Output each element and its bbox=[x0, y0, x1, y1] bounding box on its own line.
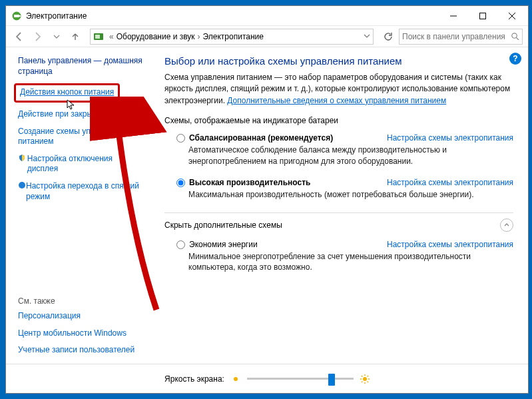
chevron-right-icon: « bbox=[107, 32, 117, 41]
plan-description: Минимальное энергопотребление за счет ум… bbox=[188, 251, 513, 274]
brightness-label: Яркость экрана: bbox=[164, 374, 224, 384]
search-box[interactable] bbox=[399, 29, 523, 45]
sidebar-item-lid-close[interactable]: Действие при закрытии крышки bbox=[18, 109, 144, 120]
svg-rect-4 bbox=[480, 13, 486, 19]
breadcrumb-item[interactable]: Оборудование и звук bbox=[117, 32, 195, 41]
plan-settings-link[interactable]: Настройка схемы электропитания bbox=[387, 240, 513, 249]
see-also: См. также Персонализация Центр мобильнос… bbox=[18, 296, 144, 358]
plan-description: Автоматическое соблюдение баланса между … bbox=[188, 145, 513, 167]
page-description: Схема управления питанием — это набор па… bbox=[164, 72, 513, 107]
chevron-down-icon[interactable] bbox=[364, 32, 370, 41]
svg-line-20 bbox=[362, 381, 363, 382]
up-button[interactable] bbox=[67, 29, 83, 45]
slider-thumb[interactable] bbox=[328, 374, 335, 386]
refresh-button[interactable] bbox=[380, 29, 396, 45]
plan-name: Высокая производительность bbox=[189, 178, 310, 187]
page-title: Выбор или настройка схемы управления пит… bbox=[164, 55, 513, 67]
brightness-bar: Яркость экрана: bbox=[6, 364, 528, 393]
sidebar-item-label: Центр мобильности Windows bbox=[18, 328, 127, 339]
svg-line-18 bbox=[362, 376, 363, 377]
window: Электропитание « Оборудование и звук › Э… bbox=[5, 5, 529, 394]
divider bbox=[164, 212, 513, 213]
plan-description: Максимальная производительность (может п… bbox=[188, 189, 513, 200]
sidebar-item-label: Настройка отключения дисплея bbox=[27, 154, 144, 175]
sidebar-item-sleep[interactable]: Настройка перехода в спящий режим bbox=[18, 181, 144, 202]
shield-icon bbox=[18, 181, 26, 193]
chevron-right-icon: › bbox=[195, 32, 203, 41]
content-area: Панель управления — домашняя страница Де… bbox=[6, 47, 528, 364]
breadcrumb-item[interactable]: Электропитание bbox=[203, 32, 264, 41]
svg-rect-8 bbox=[95, 35, 100, 39]
shield-icon bbox=[18, 154, 27, 165]
sidebar-item-label: Создание схемы управления питанием bbox=[18, 127, 144, 147]
plan-high-performance: Высокая производительность Настройка схе… bbox=[164, 177, 513, 210]
svg-point-11 bbox=[19, 182, 25, 189]
maximize-button[interactable] bbox=[468, 7, 497, 25]
main-panel: ? Выбор или настройка схемы управления п… bbox=[150, 47, 528, 364]
sidebar-item-power-buttons[interactable]: Действия кнопок питания bbox=[18, 83, 144, 103]
learn-more-link[interactable]: Дополнительные сведения о схемах управле… bbox=[227, 96, 446, 105]
back-button[interactable] bbox=[11, 29, 27, 45]
plan-name: Сбалансированная (рекомендуется) bbox=[189, 133, 333, 143]
sidebar-home[interactable]: Панель управления — домашняя страница bbox=[18, 55, 144, 77]
plan-power-saver: Экономия энергии Настройка схемы электро… bbox=[164, 238, 513, 283]
plans-battery-group-title: Схемы, отображаемые на индикаторе батаре… bbox=[164, 116, 513, 125]
sun-bright-icon bbox=[360, 374, 370, 384]
recent-dropdown[interactable] bbox=[49, 29, 65, 45]
collapse-button[interactable] bbox=[500, 218, 513, 232]
close-button[interactable] bbox=[497, 7, 527, 25]
svg-rect-2 bbox=[19, 15, 21, 17]
sidebar-item-label: Учетные записи пользователей bbox=[18, 345, 134, 356]
plan-high-radio[interactable] bbox=[176, 179, 185, 187]
sidebar: Панель управления — домашняя страница Де… bbox=[6, 47, 150, 364]
svg-rect-1 bbox=[14, 15, 19, 17]
see-also-title: См. также bbox=[18, 296, 144, 306]
plan-settings-link[interactable]: Настройка схемы электропитания bbox=[387, 133, 513, 143]
svg-point-12 bbox=[234, 377, 238, 381]
plan-name: Экономия энергии bbox=[189, 240, 258, 249]
svg-line-10 bbox=[516, 37, 519, 40]
minimize-button[interactable] bbox=[439, 7, 468, 25]
help-button[interactable]: ? bbox=[509, 53, 521, 65]
group-label: Скрыть дополнительные схемы bbox=[164, 220, 282, 230]
see-also-accounts[interactable]: Учетные записи пользователей bbox=[18, 345, 144, 356]
breadcrumb[interactable]: « Оборудование и звук › Электропитание bbox=[90, 29, 374, 45]
plan-balanced-radio[interactable] bbox=[176, 134, 185, 143]
sidebar-item-label: Действие при закрытии крышки bbox=[18, 109, 135, 120]
sidebar-item-label: Действия кнопок питания bbox=[20, 87, 114, 97]
plan-saver-radio[interactable] bbox=[176, 240, 185, 249]
forward-button[interactable] bbox=[30, 29, 46, 45]
svg-point-9 bbox=[512, 33, 517, 37]
address-bar: « Оборудование и звук › Электропитание bbox=[6, 26, 528, 47]
svg-point-13 bbox=[363, 377, 367, 381]
sidebar-item-display-off[interactable]: Настройка отключения дисплея bbox=[18, 154, 144, 175]
svg-line-19 bbox=[367, 381, 368, 382]
search-icon[interactable] bbox=[511, 32, 519, 41]
search-input[interactable] bbox=[402, 32, 511, 41]
control-panel-icon bbox=[93, 31, 104, 42]
svg-line-21 bbox=[367, 376, 368, 377]
plan-settings-link[interactable]: Настройка схемы электропитания bbox=[387, 178, 513, 187]
see-also-personalization[interactable]: Персонализация bbox=[18, 311, 144, 322]
titlebar: Электропитание bbox=[6, 6, 528, 26]
sun-dim-icon bbox=[231, 374, 240, 384]
brightness-slider[interactable] bbox=[247, 378, 354, 380]
see-also-mobility[interactable]: Центр мобильности Windows bbox=[18, 328, 144, 339]
sidebar-item-label: Настройка перехода в спящий режим bbox=[26, 181, 144, 202]
extra-plans-group-title[interactable]: Скрыть дополнительные схемы bbox=[164, 218, 513, 232]
sidebar-item-label: Персонализация bbox=[18, 311, 81, 322]
sidebar-item-create-plan[interactable]: Создание схемы управления питанием bbox=[18, 127, 144, 147]
app-icon bbox=[11, 11, 22, 21]
window-title: Электропитание bbox=[26, 11, 439, 21]
plan-balanced: Сбалансированная (рекомендуется) Настрой… bbox=[164, 132, 513, 177]
